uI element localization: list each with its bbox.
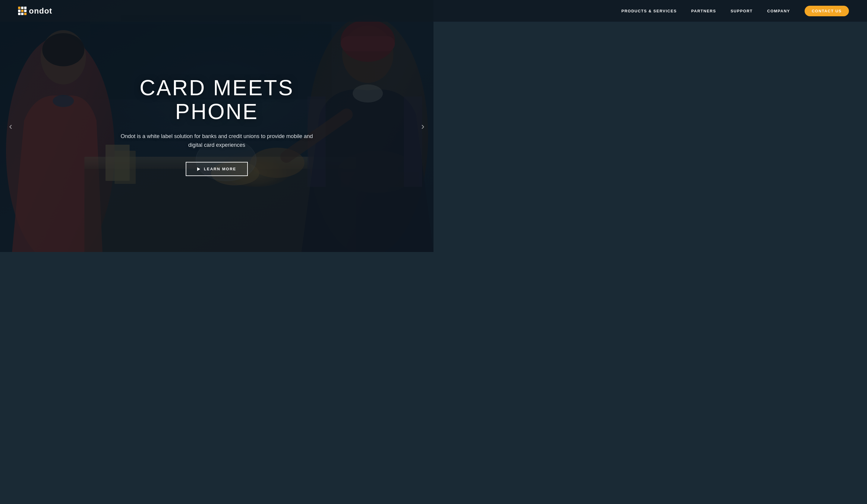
- navbar: ondot PRODUCTS & SERVICES PARTNERS SUPPO…: [0, 0, 434, 22]
- play-icon: [197, 167, 200, 171]
- carousel-prev-button[interactable]: ‹: [6, 118, 15, 134]
- hero-content: CARD MEETS PHONE Ondot is a white label …: [108, 76, 325, 176]
- learn-more-button[interactable]: LEARN MORE: [186, 162, 247, 176]
- logo-dot: [24, 13, 26, 15]
- logo-dot: [18, 13, 21, 15]
- logo-text: ondot: [29, 6, 52, 16]
- logo-dot: [18, 10, 21, 12]
- logo-dot: [21, 13, 23, 15]
- carousel-next-button[interactable]: ›: [418, 118, 427, 134]
- logo-dot: [21, 7, 23, 9]
- logo-dot: [24, 7, 26, 9]
- chevron-left-icon: ‹: [9, 120, 12, 131]
- logo-dot: [18, 7, 21, 9]
- chevron-right-icon: ›: [421, 120, 425, 131]
- logo-dot: [24, 10, 26, 12]
- logo-dot: [21, 10, 23, 12]
- hero-section: ‹ CARD MEETS PHONE Ondot is a white labe…: [0, 0, 434, 252]
- hero-title: CARD MEETS PHONE: [114, 76, 319, 124]
- hero-subtitle: Ondot is a white label solution for bank…: [114, 132, 319, 150]
- logo-grid-icon: [18, 7, 26, 15]
- logo-link[interactable]: ondot: [18, 6, 52, 16]
- learn-more-label: LEARN MORE: [204, 167, 236, 171]
